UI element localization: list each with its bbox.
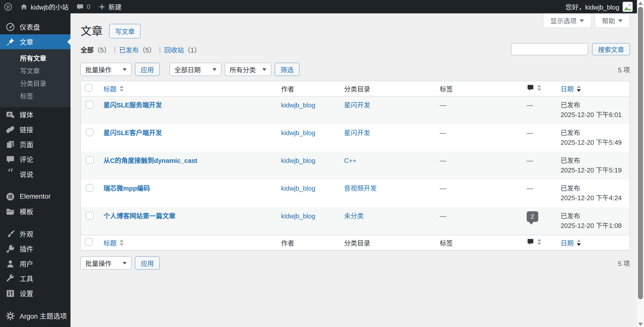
- new-content-menu[interactable]: 新建: [94, 0, 126, 13]
- help-toggle[interactable]: 帮助: [595, 13, 630, 28]
- main-content: 显示选项 帮助 文章 写文章 全部 （5） | 已发布 （5） | 回收站 （1…: [70, 13, 637, 327]
- row-checkbox[interactable]: [86, 184, 93, 192]
- scrollbar-thumb[interactable]: [638, 7, 643, 299]
- screen-options-toggle[interactable]: 显示选项: [543, 13, 591, 28]
- chevron-down-icon: [212, 68, 217, 73]
- admin-bar: kidwjb的小站 0 新建 您好，kidwjb_blog: [0, 0, 637, 13]
- comments-value: —: [527, 101, 533, 109]
- sort-by-date[interactable]: 日期: [561, 84, 581, 93]
- author-link[interactable]: kidwjb_blog: [281, 157, 315, 164]
- column-tags-label: 标签: [435, 81, 522, 96]
- post-title-link[interactable]: 星闪SLE服务端开发: [103, 101, 162, 109]
- collapse-icon: [6, 326, 15, 327]
- post-title-link[interactable]: 从C的角度接触到dynamic_cast: [103, 157, 197, 164]
- sidebar-item-pages[interactable]: 页面: [0, 137, 70, 152]
- apply-button-bottom[interactable]: 应用: [135, 256, 160, 270]
- sidebar-item-tools[interactable]: 工具: [0, 271, 70, 286]
- post-status: 已发布: [561, 128, 625, 138]
- submenu-tags[interactable]: 标签: [0, 90, 70, 103]
- sidebar-item-users[interactable]: 用户: [0, 256, 70, 271]
- tablenav-bottom: 批量操作 应用 5 项: [81, 256, 630, 270]
- sidebar-label: 模板: [20, 206, 33, 216]
- sidebar-item-settings[interactable]: 设置: [0, 286, 70, 301]
- submenu-all-posts[interactable]: 所有文章: [0, 52, 70, 65]
- sidebar-item-shuoshuo[interactable]: “ 说说: [0, 167, 70, 182]
- post-title-link[interactable]: 个人博客网站第一篇文章: [103, 212, 175, 220]
- category-link[interactable]: 音视频开发: [344, 185, 377, 192]
- sidebar-item-appearance[interactable]: 外观: [0, 226, 70, 241]
- select-all-checkbox[interactable]: [85, 238, 92, 246]
- select-all-checkbox[interactable]: [85, 84, 92, 92]
- submenu-categories[interactable]: 分类目录: [0, 77, 70, 90]
- sidebar-item-elementor[interactable]: Elementor: [0, 189, 70, 204]
- plus-icon: [98, 3, 105, 10]
- row-checkbox[interactable]: [86, 156, 93, 164]
- sidebar-item-media[interactable]: 媒体: [0, 107, 70, 122]
- row-checkbox[interactable]: [86, 101, 93, 108]
- row-checkbox[interactable]: [86, 129, 93, 136]
- category-link[interactable]: 未分类: [344, 212, 364, 220]
- scroll-down-arrow-icon[interactable]: [638, 323, 643, 326]
- post-title-link[interactable]: 星闪SLE客户端开发: [103, 129, 162, 137]
- sidebar-item-argon-theme-options[interactable]: Argon 主题选项: [0, 308, 70, 323]
- dashboard-gauge-icon: [6, 22, 15, 32]
- sidebar-item-dashboard[interactable]: 仪表盘: [0, 19, 70, 34]
- bulk-action-value: 批量操作: [85, 258, 112, 268]
- help-label: 帮助: [602, 16, 615, 25]
- post-status: 已发布: [561, 211, 625, 221]
- author-link[interactable]: kidwjb_blog: [281, 212, 315, 220]
- search-input[interactable]: [511, 43, 588, 55]
- table-row: 个人博客网站第一篇文章 kidwjb_blog 未分类 — 2 已发布 2025…: [81, 207, 630, 235]
- view-trash-link[interactable]: 回收站: [164, 45, 184, 54]
- sort-by-comments[interactable]: [527, 84, 541, 92]
- post-status: 已发布: [561, 184, 625, 193]
- author-link[interactable]: kidwjb_blog: [281, 101, 315, 109]
- post-title-link[interactable]: 瑞芯微mpp编码: [103, 185, 150, 192]
- greeting-text: 您好，kidwjb_blog: [565, 2, 619, 11]
- category-filter-select[interactable]: 所有分类: [225, 63, 271, 76]
- sidebar-item-posts[interactable]: 文章: [0, 34, 70, 49]
- scroll-up-arrow-icon[interactable]: [638, 2, 643, 5]
- table-footer-row: 标题 作者 分类目录 标签: [81, 235, 630, 250]
- author-link[interactable]: kidwjb_blog: [281, 129, 315, 137]
- plugin-icon: [6, 244, 15, 253]
- comments-value: —: [527, 157, 533, 164]
- category-link[interactable]: C++: [344, 157, 356, 164]
- submenu-new-post[interactable]: 写文章: [0, 65, 70, 77]
- items-count: 5 项: [618, 258, 630, 268]
- add-new-post-button[interactable]: 写文章: [109, 24, 140, 38]
- sort-by-title[interactable]: 标题: [103, 84, 124, 93]
- scrollbar: [637, 0, 644, 327]
- sidebar-label: Elementor: [20, 193, 51, 200]
- sidebar-label: 用户: [20, 259, 33, 269]
- sidebar-item-comments[interactable]: 评论: [0, 152, 70, 167]
- sidebar-item-collapse-menu[interactable]: 收起菜单: [0, 323, 70, 327]
- filter-button[interactable]: 筛选: [275, 63, 299, 76]
- view-published-link[interactable]: 已发布: [119, 45, 139, 54]
- category-link[interactable]: 星闪开发: [344, 101, 370, 109]
- row-checkbox[interactable]: [86, 212, 93, 219]
- admin-bar-comments[interactable]: 0: [73, 0, 94, 13]
- tags-value: —: [440, 185, 446, 192]
- author-link[interactable]: kidwjb_blog: [281, 185, 315, 192]
- chevron-down-icon: [580, 19, 584, 24]
- sort-by-date[interactable]: 日期: [561, 238, 581, 247]
- bulk-action-select-bottom[interactable]: 批量操作: [81, 256, 131, 270]
- site-name-menu[interactable]: kidwjb的小站: [16, 0, 73, 13]
- sort-by-comments[interactable]: [527, 238, 541, 246]
- wordpress-logo-menu[interactable]: [0, 0, 16, 13]
- category-link[interactable]: 星闪开发: [344, 129, 370, 137]
- search-posts-button[interactable]: 搜索文章: [592, 43, 630, 55]
- chevron-down-icon: [123, 68, 127, 73]
- my-account-menu[interactable]: 您好，kidwjb_blog: [565, 0, 633, 13]
- date-filter-select[interactable]: 全部日期: [170, 63, 221, 76]
- apply-button[interactable]: 应用: [135, 63, 160, 76]
- sidebar-item-plugins[interactable]: 插件: [0, 241, 70, 256]
- sidebar-item-links[interactable]: 链接: [0, 122, 70, 137]
- sidebar-item-templates[interactable]: 模板: [0, 204, 70, 219]
- view-all-link[interactable]: 全部: [81, 45, 94, 54]
- comment-count-badge[interactable]: 2: [527, 211, 538, 222]
- sort-by-title[interactable]: 标题: [103, 238, 124, 247]
- view-all-count: （5）: [94, 45, 110, 54]
- bulk-action-select[interactable]: 批量操作: [81, 63, 131, 76]
